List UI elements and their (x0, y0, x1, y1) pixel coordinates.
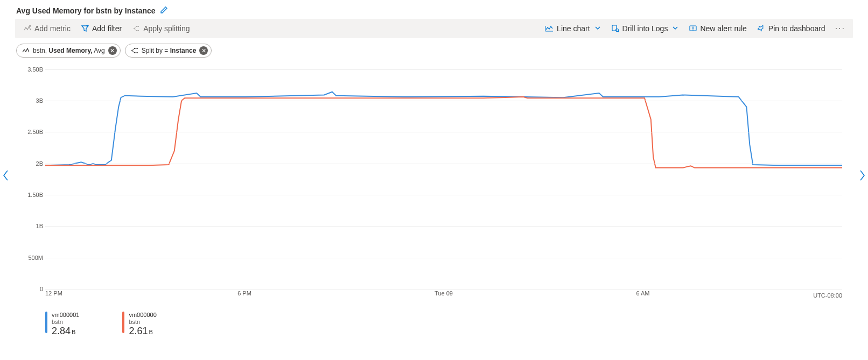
chart-gridline (45, 258, 842, 258)
logs-icon (612, 25, 619, 32)
y-axis-tick-label: 3B (18, 97, 43, 104)
alert-icon (689, 25, 697, 32)
chart-legend: vm000001bstn2.84Bvm000000bstn2.61B (45, 312, 157, 337)
legend-item-vm000001[interactable]: vm000001bstn2.84B (45, 312, 79, 337)
x-axis-tick-label: 12 PM (45, 290, 62, 297)
drill-logs-button[interactable]: Drill into Logs (607, 19, 683, 38)
add-filter-button[interactable]: Add filter (77, 19, 126, 38)
metrics-chart-page: Avg Used Memory for bstn by Instance Add… (0, 0, 868, 360)
legend-item-vm000000[interactable]: vm000000bstn2.61B (122, 312, 156, 337)
chart-gridline (45, 226, 842, 227)
new-alert-button[interactable]: New alert rule (685, 19, 751, 38)
apply-splitting-label: Apply splitting (143, 24, 190, 33)
split-icon (132, 25, 140, 32)
chart-gridline (45, 195, 842, 195)
chart-toolbar: Add metric Add filter Apply splitting Li… (15, 19, 853, 38)
y-axis-tick-label: 1B (18, 223, 43, 229)
chart-title-row: Avg Used Memory for bstn by Instance (16, 5, 853, 16)
timezone-label: UTC-08:00 (813, 292, 842, 299)
chart-plot: 0500M1B1.50B2B2.50B3B3.50B (45, 63, 842, 289)
split-chip-bold: Instance (170, 47, 197, 54)
legend-series-unit: B (149, 329, 152, 335)
chart-type-label: Line chart (557, 24, 590, 33)
legend-series-value: 2.61B (129, 326, 156, 337)
chart-gridline (45, 132, 842, 132)
edit-title-icon[interactable] (160, 5, 169, 16)
metric-chip-bold: Used Memory, (48, 47, 92, 54)
metric-chip-icon (22, 48, 30, 53)
chart-area: 0500M1B1.50B2B2.50B3B3.50B 12 PM6 PMTue … (15, 63, 853, 310)
filter-icon (81, 25, 89, 32)
remove-split-chip-icon[interactable]: ✕ (199, 46, 208, 55)
legend-series-sub: bstn (129, 319, 156, 326)
split-chip[interactable]: Split by = Instance ✕ (125, 44, 212, 58)
series-vm000001 (45, 92, 842, 166)
split-chip-text: Split by = Instance (142, 47, 197, 54)
y-axis-tick-label: 0 (18, 286, 43, 292)
metric-chip-text: bstn, Used Memory, Avg (33, 47, 105, 54)
chevron-down-icon (672, 24, 678, 33)
apply-splitting-button[interactable]: Apply splitting (128, 19, 194, 38)
metric-chip[interactable]: bstn, Used Memory, Avg ✕ (16, 44, 121, 58)
legend-series-sub: bstn (52, 319, 79, 326)
chart-gridline (45, 164, 842, 164)
legend-series-value: 2.84B (52, 326, 79, 337)
pin-label: Pin to dashboard (768, 24, 825, 33)
x-axis-tick-label: Tue 09 (435, 290, 453, 297)
metric-chip-suffix: Avg (93, 47, 105, 54)
scroll-left-icon[interactable] (2, 170, 10, 185)
scroll-right-icon[interactable] (858, 170, 866, 185)
line-chart-icon (545, 25, 554, 32)
more-icon[interactable]: ··· (832, 24, 849, 33)
pin-dashboard-button[interactable]: Pin to dashboard (753, 19, 830, 38)
y-axis-tick-label: 1.50B (18, 192, 43, 198)
toolbar-left: Add metric Add filter Apply splitting (19, 19, 194, 38)
y-axis-tick-label: 2B (18, 160, 43, 167)
legend-series-unit: B (72, 329, 75, 335)
pin-icon (758, 25, 765, 32)
chart-title: Avg Used Memory for bstn by Instance (16, 6, 156, 15)
split-chip-prefix: Split by = (142, 47, 170, 54)
add-metric-button[interactable]: Add metric (19, 19, 75, 38)
add-metric-label: Add metric (34, 24, 71, 33)
chevron-down-icon (594, 24, 601, 33)
legend-text: vm000001bstn2.84B (52, 312, 79, 337)
add-filter-label: Add filter (92, 24, 122, 33)
metric-chip-prefix: bstn, (33, 47, 48, 54)
legend-series-name: vm000000 (129, 312, 156, 319)
y-axis-tick-label: 2.50B (18, 129, 43, 135)
legend-swatch (45, 312, 47, 333)
chart-type-button[interactable]: Line chart (541, 19, 605, 38)
filter-chips: bstn, Used Memory, Avg ✕ Split by = Inst… (16, 44, 853, 58)
chart-x-axis: 12 PM6 PMTue 096 AM (45, 290, 842, 300)
chart-lines (45, 63, 842, 289)
new-alert-label: New alert rule (700, 24, 746, 33)
remove-metric-chip-icon[interactable]: ✕ (108, 46, 117, 55)
chart-gridline (45, 69, 842, 70)
add-metric-icon (24, 25, 31, 32)
x-axis-tick-label: 6 AM (636, 290, 649, 297)
chart-gridline (45, 289, 842, 290)
legend-series-name: vm000001 (52, 312, 79, 319)
y-axis-tick-label: 3.50B (18, 66, 43, 73)
split-chip-icon (131, 47, 138, 54)
x-axis-tick-label: 6 PM (237, 290, 251, 297)
svg-point-6 (615, 29, 618, 32)
chart-gridline (45, 101, 842, 101)
toolbar-right: Line chart Drill into Logs New alert rul… (541, 19, 849, 38)
y-axis-tick-label: 500M (18, 255, 43, 261)
legend-text: vm000000bstn2.61B (129, 312, 156, 337)
drill-logs-label: Drill into Logs (622, 24, 668, 33)
legend-swatch (122, 312, 124, 333)
